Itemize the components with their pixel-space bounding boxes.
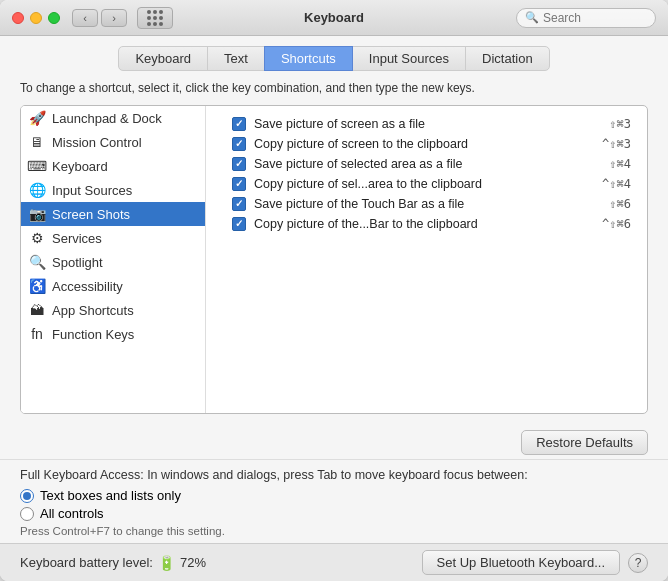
ka-title: Full Keyboard Access: In windows and dia…	[20, 468, 648, 482]
shortcut-row-sc6[interactable]: ✓Copy picture of the...Bar to the clipbo…	[228, 214, 635, 234]
app-shortcuts-icon: 🏔	[29, 302, 45, 318]
tab-shortcuts[interactable]: Shortcuts	[264, 46, 353, 71]
radio-text-boxes-label: Text boxes and lists only	[40, 488, 181, 503]
shortcut-label-sc5: Save picture of the Touch Bar as a file	[254, 197, 601, 211]
titlebar: ‹ › Keyboard 🔍	[0, 0, 668, 36]
grid-button[interactable]	[137, 7, 173, 29]
battery-percent: 72%	[180, 555, 206, 570]
shortcut-label-sc2: Copy picture of screen to the clipboard	[254, 137, 594, 151]
tab-dictation[interactable]: Dictation	[465, 46, 550, 71]
shortcut-row-sc1[interactable]: ✓Save picture of screen as a file⇧⌘3	[228, 114, 635, 134]
shortcut-key-sc3: ⇧⌘4	[609, 157, 631, 171]
shortcut-row-sc2[interactable]: ✓Copy picture of screen to the clipboard…	[228, 134, 635, 154]
search-icon: 🔍	[525, 11, 539, 24]
shortcut-label-sc6: Copy picture of the...Bar to the clipboa…	[254, 217, 594, 231]
checkbox-sc5[interactable]: ✓	[232, 197, 246, 211]
checkbox-sc6[interactable]: ✓	[232, 217, 246, 231]
shortcut-row-sc4[interactable]: ✓Copy picture of sel...area to the clipb…	[228, 174, 635, 194]
tab-keyboard[interactable]: Keyboard	[118, 46, 208, 71]
spotlight-label: Spotlight	[52, 255, 103, 270]
services-label: Services	[52, 231, 102, 246]
main-content: To change a shortcut, select it, click t…	[0, 71, 668, 424]
shortcut-key-sc5: ⇧⌘6	[609, 197, 631, 211]
spotlight-icon: 🔍	[29, 254, 45, 270]
shortcut-label-sc4: Copy picture of sel...area to the clipbo…	[254, 177, 594, 191]
sidebar-item-accessibility[interactable]: ♿Accessibility	[21, 274, 205, 298]
checkbox-sc4[interactable]: ✓	[232, 177, 246, 191]
back-button[interactable]: ‹	[72, 9, 98, 27]
sidebar-item-app-shortcuts[interactable]: 🏔App Shortcuts	[21, 298, 205, 322]
screen-shots-label: Screen Shots	[52, 207, 130, 222]
services-icon: ⚙	[29, 230, 45, 246]
radio-all-controls[interactable]: All controls	[20, 506, 648, 521]
sidebar-item-services[interactable]: ⚙Services	[21, 226, 205, 250]
sidebar: 🚀Launchpad & Dock🖥Mission Control⌨Keyboa…	[21, 106, 206, 413]
sidebar-item-spotlight[interactable]: 🔍Spotlight	[21, 250, 205, 274]
forward-button[interactable]: ›	[101, 9, 127, 27]
function-keys-label: Function Keys	[52, 327, 134, 342]
keyboard-icon: ⌨	[29, 158, 45, 174]
keyboard-access-section: Full Keyboard Access: In windows and dia…	[0, 459, 668, 543]
accessibility-icon: ♿	[29, 278, 45, 294]
traffic-lights	[12, 12, 60, 24]
window-title: Keyboard	[304, 10, 364, 25]
shortcut-key-sc1: ⇧⌘3	[609, 117, 631, 131]
search-box[interactable]: 🔍	[516, 8, 656, 28]
sidebar-item-launchpad[interactable]: 🚀Launchpad & Dock	[21, 106, 205, 130]
battery-label: Keyboard battery level:	[20, 555, 153, 570]
nav-buttons: ‹ ›	[72, 9, 127, 27]
main-panel: 🚀Launchpad & Dock🖥Mission Control⌨Keyboa…	[20, 105, 648, 414]
shortcuts-panel: ✓Save picture of screen as a file⇧⌘3✓Cop…	[216, 106, 647, 413]
checkbox-sc2[interactable]: ✓	[232, 137, 246, 151]
shortcut-label-sc1: Save picture of screen as a file	[254, 117, 601, 131]
help-button[interactable]: ?	[628, 553, 648, 573]
shortcut-row-sc5[interactable]: ✓Save picture of the Touch Bar as a file…	[228, 194, 635, 214]
tab-text[interactable]: Text	[207, 46, 265, 71]
shortcut-label-sc3: Save picture of selected area as a file	[254, 157, 601, 171]
status-bar: Keyboard battery level: 🔋 72% Set Up Blu…	[0, 543, 668, 581]
screen-shots-icon: 📷	[29, 206, 45, 222]
app-shortcuts-label: App Shortcuts	[52, 303, 134, 318]
keyboard-label: Keyboard	[52, 159, 108, 174]
sidebar-item-screen-shots[interactable]: 📷Screen Shots	[21, 202, 205, 226]
restore-defaults-button[interactable]: Restore Defaults	[521, 430, 648, 455]
function-keys-icon: fn	[29, 326, 45, 342]
ka-note: Press Control+F7 to change this setting.	[20, 525, 648, 537]
close-button[interactable]	[12, 12, 24, 24]
maximize-button[interactable]	[48, 12, 60, 24]
setup-bluetooth-button[interactable]: Set Up Bluetooth Keyboard...	[422, 550, 620, 575]
battery-info: Keyboard battery level: 🔋 72%	[20, 555, 206, 571]
accessibility-label: Accessibility	[52, 279, 123, 294]
tab-input-sources[interactable]: Input Sources	[352, 46, 466, 71]
sidebar-item-mission-control[interactable]: 🖥Mission Control	[21, 130, 205, 154]
hint-text: To change a shortcut, select it, click t…	[20, 81, 648, 95]
checkbox-sc1[interactable]: ✓	[232, 117, 246, 131]
minimize-button[interactable]	[30, 12, 42, 24]
sidebar-item-keyboard[interactable]: ⌨Keyboard	[21, 154, 205, 178]
shortcut-key-sc4: ^⇧⌘4	[602, 177, 631, 191]
keyboard-window: ‹ › Keyboard 🔍 Keyboard Text Shortcuts I…	[0, 0, 668, 581]
search-input[interactable]	[543, 11, 647, 25]
shortcut-row-sc3[interactable]: ✓Save picture of selected area as a file…	[228, 154, 635, 174]
tabs-bar: Keyboard Text Shortcuts Input Sources Di…	[0, 36, 668, 71]
launchpad-label: Launchpad & Dock	[52, 111, 162, 126]
input-sources-label: Input Sources	[52, 183, 132, 198]
shortcut-key-sc2: ^⇧⌘3	[602, 137, 631, 151]
radio-all-controls-btn[interactable]	[20, 507, 34, 521]
radio-text-boxes-btn[interactable]	[20, 489, 34, 503]
mission-control-icon: 🖥	[29, 134, 45, 150]
restore-row: Restore Defaults	[0, 424, 668, 459]
sidebar-item-function-keys[interactable]: fnFunction Keys	[21, 322, 205, 346]
radio-all-controls-label: All controls	[40, 506, 104, 521]
launchpad-icon: 🚀	[29, 110, 45, 126]
checkbox-sc3[interactable]: ✓	[232, 157, 246, 171]
input-sources-icon: 🌐	[29, 182, 45, 198]
mission-control-label: Mission Control	[52, 135, 142, 150]
shortcut-key-sc6: ^⇧⌘6	[602, 217, 631, 231]
sidebar-item-input-sources[interactable]: 🌐Input Sources	[21, 178, 205, 202]
radio-text-boxes[interactable]: Text boxes and lists only	[20, 488, 648, 503]
battery-icon: 🔋	[158, 555, 175, 571]
